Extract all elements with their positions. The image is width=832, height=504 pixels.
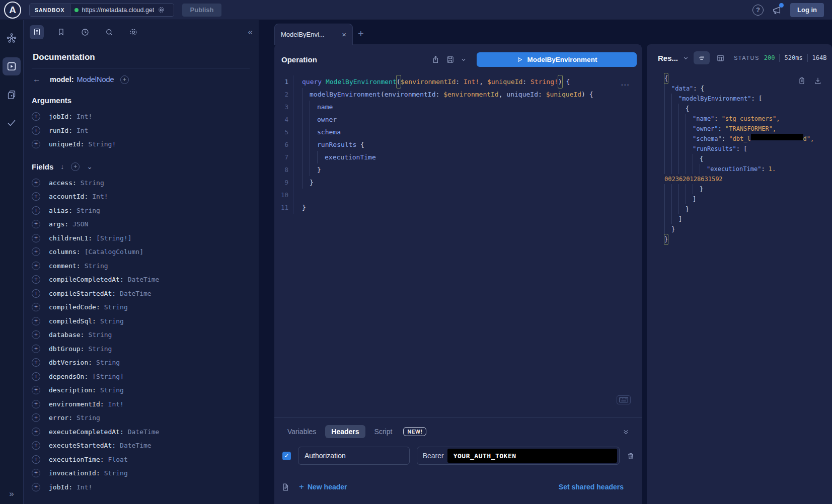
set-shared-headers-link[interactable]: Set shared headers [559,483,635,491]
query-editor[interactable]: 1query ModelByEnvironment($environmentId… [274,71,642,218]
tab-variables[interactable]: Variables [281,425,322,438]
field-type[interactable]: Int! [108,400,124,408]
header-value-field[interactable]: Bearer YOUR_AUTH_TOKEN [417,447,620,465]
header-enabled-checkbox[interactable]: ✓ [282,452,291,460]
field-row[interactable]: +dependsOn:[String] [32,370,250,384]
add-field-icon[interactable]: + [32,372,40,381]
save-operation-icon[interactable] [446,55,455,64]
field-type[interactable]: [CatalogColumn] [85,248,143,256]
argument-row[interactable]: +runId:Int [32,124,250,138]
apollo-logo-icon[interactable]: A [4,2,21,19]
help-icon[interactable]: ? [752,5,764,16]
field-row[interactable]: +args:JSON [32,217,250,231]
field-row[interactable]: +executeCompletedAt:DateTime [32,425,250,439]
field-type[interactable]: String [88,331,112,339]
field-row[interactable]: +invocationId:String [32,466,250,480]
run-operation-button[interactable]: ModelByEnvironment [477,52,637,67]
field-row[interactable]: +executeStartedAt:DateTime [32,439,250,453]
add-field-icon[interactable]: + [32,317,40,325]
schema-graph-icon[interactable] [3,29,21,47]
add-field-icon[interactable]: + [32,234,40,242]
field-row[interactable]: +dbtGroup:String [32,342,250,356]
add-field-icon[interactable]: + [32,345,40,353]
operation-tab[interactable]: ModelByEnvi... × [274,24,353,45]
field-type[interactable]: String [85,262,108,270]
field-type[interactable]: DateTime [120,290,152,297]
add-argument-icon[interactable]: + [32,112,40,121]
fields-menu-chevron-icon[interactable]: ⌄ [87,162,93,171]
field-type[interactable]: Int! [92,193,108,200]
tab-headers[interactable]: Headers [325,425,365,438]
announcements-icon[interactable] [772,5,782,15]
field-type[interactable]: String [77,414,100,422]
field-row[interactable]: +compileCompletedAt:DateTime [32,273,250,287]
add-field-icon[interactable]: + [32,192,40,201]
field-type[interactable]: String [100,317,124,325]
field-type[interactable]: String [100,386,124,394]
field-type[interactable]: String [96,359,120,366]
field-name[interactable]: database: [49,331,84,339]
field-row[interactable]: +dbtVersion:String [32,356,250,370]
field-name[interactable]: compileCompletedAt: [49,276,124,283]
argument-type[interactable]: Int! [77,113,92,120]
add-field-icon[interactable]: + [32,220,40,228]
argument-name[interactable]: uniqueId: [49,140,84,148]
field-type[interactable]: DateTime [128,428,160,436]
add-field-icon[interactable]: + [32,400,40,408]
field-row[interactable]: +error:String [32,411,250,425]
field-type[interactable]: String [88,345,112,353]
expand-rail-icon[interactable]: » [9,489,14,499]
field-type[interactable]: String [81,179,104,187]
save-menu-chevron-icon[interactable] [461,57,467,63]
checks-nav-icon[interactable] [3,114,21,132]
field-type[interactable]: Int! [77,483,92,491]
publish-button[interactable]: Publish [182,4,222,17]
documentation-tab-icon[interactable] [30,25,44,39]
add-field-icon[interactable]: + [32,386,40,394]
field-type[interactable]: DateTime [128,276,160,283]
add-field-icon[interactable]: + [32,262,40,270]
field-name[interactable]: dbtGroup: [49,345,84,353]
add-all-fields-icon[interactable]: + [71,162,80,171]
response-json-viewer[interactable]: {"data": {"modelByEnvironment": [{"name"… [647,73,832,244]
login-button[interactable]: Log in [790,3,824,17]
field-type[interactable]: [String!] [96,234,131,242]
argument-type[interactable]: Int [77,127,88,134]
add-field-icon[interactable]: + [32,179,40,187]
field-name[interactable]: dbtVersion: [49,359,92,366]
header-key-input[interactable] [298,447,410,465]
field-row[interactable]: +description:String [32,383,250,397]
field-name[interactable]: childrenL1: [49,234,92,242]
environment-variables-icon[interactable] [281,483,290,491]
field-name[interactable]: dependsOn: [49,373,88,380]
response-menu-chevron-icon[interactable] [683,55,689,61]
field-name[interactable]: description: [49,386,96,394]
field-name[interactable]: access: [49,179,77,187]
add-field-icon[interactable]: + [32,413,40,422]
field-type[interactable]: DateTime [120,442,152,449]
add-field-icon[interactable]: + [32,428,40,436]
add-argument-icon[interactable]: + [32,126,40,135]
add-field-icon[interactable]: + [32,303,40,311]
argument-row[interactable]: +uniqueId:String! [32,137,250,151]
argument-name[interactable]: runId: [49,127,72,134]
explorer-nav-icon[interactable] [3,57,21,75]
collapse-panel-icon[interactable] [622,428,635,436]
field-name[interactable]: jobId: [49,483,72,491]
saved-operations-icon[interactable] [54,25,68,39]
endpoint-input[interactable]: https://metadata.cloud.get [70,4,174,16]
editor-options-icon[interactable]: ⋯ [621,79,630,90]
delete-header-icon[interactable] [627,452,635,460]
field-name[interactable]: compileStartedAt: [49,290,116,297]
field-name[interactable]: executeStartedAt: [49,442,116,449]
field-row[interactable]: +environmentId:Int! [32,397,250,411]
field-type[interactable]: String [77,207,100,214]
argument-name[interactable]: jobId: [49,113,72,120]
field-name[interactable]: comment: [49,262,81,270]
field-name[interactable]: alias: [49,207,72,214]
field-row[interactable]: +database:String [32,328,250,342]
format-pretty-icon[interactable] [694,51,710,64]
add-field-icon[interactable]: + [32,330,40,339]
add-field-icon[interactable]: + [32,289,40,298]
field-row[interactable]: +jobId:Int! [32,480,250,494]
